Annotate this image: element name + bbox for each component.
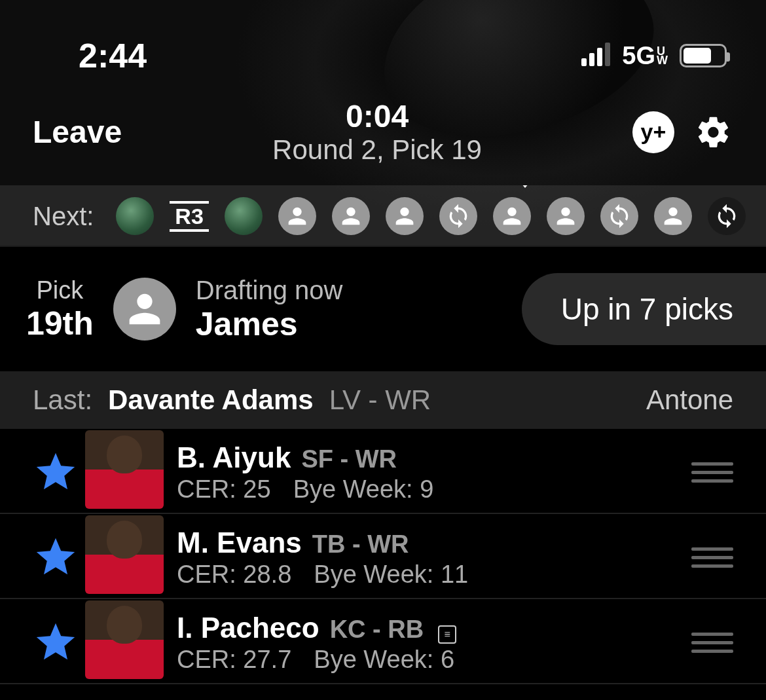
next-team-avatar[interactable] [278, 197, 316, 235]
autopick-icon [445, 203, 471, 229]
player-teampos: TB - WR [312, 530, 409, 559]
drafter-avatar[interactable] [113, 278, 176, 341]
last-player-name: Davante Adams [108, 384, 314, 416]
next-team-avatar[interactable] [225, 197, 263, 235]
battery-icon [680, 44, 727, 67]
player-row[interactable]: I. Pacheco KC - RB ≡ CER: 27.7 Bye Week:… [0, 599, 766, 684]
note-icon[interactable]: ≡ [438, 625, 456, 644]
network-label: 5G UW [622, 42, 668, 70]
next-team-avatar[interactable] [547, 197, 585, 235]
last-player-teampos: LV - WR [329, 384, 431, 416]
next-team-avatar[interactable] [439, 197, 477, 235]
round-divider: R3 [170, 201, 208, 232]
player-cer: CER: 27.7 [177, 646, 291, 674]
person-icon [122, 286, 168, 332]
next-team-avatar[interactable] [493, 197, 531, 235]
status-right: 5G UW [581, 42, 727, 70]
draft-timer: 0:04 [272, 98, 482, 134]
yahoo-plus-button[interactable]: y+ [632, 111, 674, 153]
star-icon [33, 619, 79, 665]
player-info: M. Evans TB - WR ≡ CER: 28.8 Bye Week: 1… [177, 526, 691, 589]
player-teampos: KC - RB [330, 616, 424, 644]
next-picks-row[interactable]: Next: R3 [0, 185, 766, 247]
person-icon [660, 203, 686, 229]
favorite-star-button[interactable] [33, 534, 79, 580]
drag-handle[interactable] [691, 462, 733, 483]
status-time: 2:44 [79, 36, 147, 75]
person-icon [284, 203, 310, 229]
player-cer: CER: 25 [177, 475, 271, 504]
settings-button[interactable] [694, 113, 733, 152]
next-team-avatar[interactable] [332, 197, 370, 235]
player-cer: CER: 28.8 [177, 561, 291, 589]
favorite-star-button[interactable] [33, 449, 79, 495]
player-name: I. Pacheco [177, 612, 319, 644]
player-name: B. Aiyuk [177, 441, 291, 474]
drag-handle[interactable] [691, 633, 733, 653]
signal-icon [581, 45, 610, 66]
leave-button[interactable]: Leave [33, 114, 122, 150]
last-label: Last: [33, 384, 92, 416]
player-name: M. Evans [177, 526, 302, 559]
player-bye: Bye Week: 11 [314, 561, 468, 589]
gear-icon [695, 114, 732, 151]
next-team-avatar[interactable] [654, 197, 692, 235]
draft-status: 0:04 Round 2, Pick 19 [272, 98, 482, 166]
draft-round-pick: Round 2, Pick 19 [272, 134, 482, 166]
player-photo [85, 515, 164, 594]
person-icon [392, 203, 418, 229]
person-icon [499, 203, 525, 229]
person-icon [338, 203, 364, 229]
drag-handle[interactable] [691, 547, 733, 568]
next-team-avatar[interactable] [600, 197, 638, 235]
star-icon [33, 534, 79, 580]
player-info: I. Pacheco KC - RB ≡ CER: 27.7 Bye Week:… [177, 612, 691, 674]
player-bye: Bye Week: 6 [314, 646, 454, 674]
last-owner: Antone [646, 384, 733, 416]
next-team-avatar[interactable] [116, 197, 154, 235]
player-info: B. Aiyuk SF - WR ≡ CER: 25 Bye Week: 9 [177, 441, 691, 504]
next-team-avatar[interactable] [708, 197, 746, 235]
pick-number: Pick 19th [26, 276, 94, 342]
current-pick-section: Pick 19th Drafting now James Up in 7 pic… [0, 247, 766, 371]
player-bye: Bye Week: 9 [293, 475, 434, 504]
draft-header: Leave 0:04 Round 2, Pick 19 y+ [0, 85, 766, 185]
player-teampos: SF - WR [301, 445, 397, 473]
player-row[interactable]: B. Aiyuk SF - WR ≡ CER: 25 Bye Week: 9 [0, 429, 766, 514]
player-row[interactable]: M. Evans TB - WR ≡ CER: 28.8 Bye Week: 1… [0, 514, 766, 599]
player-photo [85, 430, 164, 509]
favorite-star-button[interactable] [33, 619, 79, 665]
person-icon [553, 203, 579, 229]
star-icon [33, 449, 79, 495]
autopick-icon [714, 203, 740, 229]
status-bar: 2:44 5G UW [0, 0, 766, 85]
autopick-icon [606, 203, 632, 229]
last-pick-row[interactable]: Last: Davante Adams LV - WR Antone [0, 371, 766, 429]
next-label: Next: [33, 202, 94, 231]
drafting-now: Drafting now James [196, 276, 343, 343]
up-in-picks-button[interactable]: Up in 7 picks [522, 273, 766, 345]
player-photo [85, 600, 164, 679]
next-team-avatar[interactable] [386, 197, 424, 235]
